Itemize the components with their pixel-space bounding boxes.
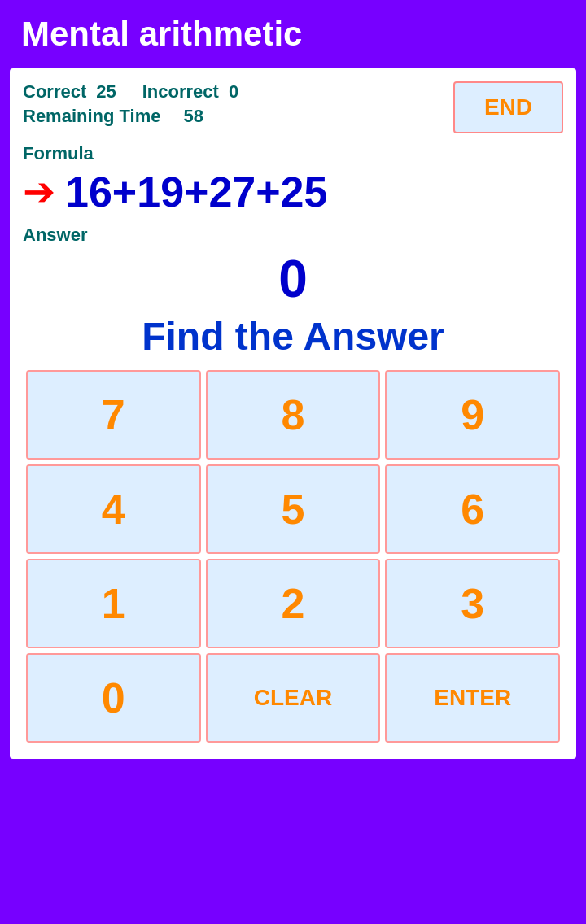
- formula-row: ➔ 16+19+27+25: [23, 168, 563, 216]
- stats-row: Correct 25 Incorrect 0 Remaining Time 58…: [23, 81, 563, 133]
- key-6[interactable]: 6: [385, 464, 560, 554]
- key-clear-button[interactable]: CLEAR: [206, 653, 381, 743]
- answer-label: Answer: [23, 224, 563, 246]
- key-5[interactable]: 5: [206, 464, 381, 554]
- correct-incorrect-row: Correct 25 Incorrect 0: [23, 81, 238, 102]
- key-7[interactable]: 7: [26, 370, 201, 460]
- main-panel: Correct 25 Incorrect 0 Remaining Time 58…: [10, 68, 576, 759]
- incorrect-label: Incorrect: [142, 81, 219, 102]
- key-9[interactable]: 9: [385, 370, 560, 460]
- remaining-value: 58: [184, 106, 203, 127]
- formula-value: 16+19+27+25: [65, 168, 327, 216]
- key-2[interactable]: 2: [206, 559, 381, 648]
- app-title: Mental arithmetic: [21, 15, 302, 54]
- key-3[interactable]: 3: [385, 559, 560, 648]
- answer-display: 0: [23, 249, 563, 309]
- key-0[interactable]: 0: [26, 653, 201, 743]
- answer-section: Answer 0: [23, 224, 563, 309]
- app-header: Mental arithmetic: [0, 0, 586, 68]
- key-1[interactable]: 1: [26, 559, 201, 648]
- remaining-row: Remaining Time 58: [23, 106, 238, 127]
- formula-section: Formula ➔ 16+19+27+25: [23, 143, 563, 216]
- key-enter-button[interactable]: ENTER: [385, 653, 560, 743]
- stats-left: Correct 25 Incorrect 0 Remaining Time 58: [23, 81, 238, 127]
- formula-label: Formula: [23, 143, 563, 164]
- correct-label: Correct: [23, 81, 86, 102]
- correct-value: 25: [96, 81, 116, 102]
- remaining-label: Remaining Time: [23, 106, 161, 127]
- incorrect-value: 0: [229, 81, 238, 102]
- key-4[interactable]: 4: [26, 464, 201, 554]
- end-button[interactable]: END: [453, 81, 563, 133]
- arrow-icon: ➔: [23, 172, 55, 211]
- key-8[interactable]: 8: [206, 370, 381, 460]
- find-text: Find the Answer: [23, 314, 563, 359]
- keypad: 7894561230CLEARENTER: [23, 367, 563, 746]
